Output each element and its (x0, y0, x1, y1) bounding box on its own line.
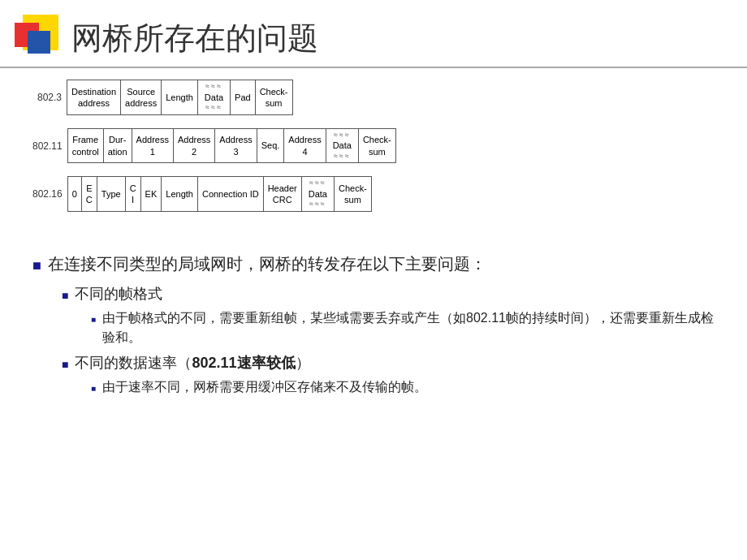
cell-0: 0 (67, 177, 81, 212)
bullet-l3-1: ■ 由于帧格式的不同，需要重新组帧，某些域需要丢弃或产生（如802.11帧的持续… (91, 308, 723, 347)
cell-src-addr: Sourceaddress (121, 80, 162, 115)
bullet-l2-2-icon: ■ (62, 356, 68, 373)
frame-80211-row: 802.11 Framecontrol Dur-ation Address1 A… (32, 128, 723, 164)
frames-area: 802.3 Destinationaddress Sourceaddress L… (32, 75, 723, 217)
cell-frame-ctrl: Framecontrol (67, 128, 103, 163)
bullet-l3-1-icon: ■ (91, 313, 96, 325)
cell-seq: Seq. (257, 128, 284, 163)
cell-length-80216: Length (162, 177, 198, 212)
cell-data-8023: ≈≈≈ Data ≈≈≈ (197, 80, 230, 115)
cell-conn-id: Connection ID (197, 177, 263, 212)
frame-8023-table: Destinationaddress Sourceaddress Length … (67, 80, 293, 115)
cell-pad: Pad (231, 80, 256, 115)
cell-header-crc: HeaderCRC (263, 177, 301, 212)
bullet-l3-2-icon: ■ (91, 382, 96, 394)
bullet-l2-1-icon: ■ (62, 287, 68, 304)
bullet-l2-2: ■ 不同的数据速率（802.11速率较低） (62, 352, 723, 374)
frame-80216-table: 0 EC Type CI EK Length Connection ID Hea… (67, 176, 372, 212)
cell-checksum-80211: Check-sum (358, 128, 395, 163)
bullet-l1-icon: ■ (32, 255, 41, 277)
bullet-l3-2-text: 由于速率不同，网桥需要用缓冲区存储来不及传输的帧。 (102, 377, 427, 397)
cell-addr2: Address2 (173, 128, 214, 163)
header-decoration (15, 15, 63, 63)
cell-ec: EC (81, 177, 97, 212)
cell-checksum-8023: Check-sum (255, 80, 292, 115)
bullet-l1-text: 在连接不同类型的局域网时，网桥的转发存在以下主要问题： (48, 252, 486, 276)
page-title: 网桥所存在的问题 (71, 18, 318, 59)
frame-80211-label: 802.11 (32, 140, 67, 152)
cell-addr3: Address3 (215, 128, 257, 163)
cell-data-80211: ≈≈≈ Data ≈≈≈ (326, 128, 358, 163)
deco-blue (28, 31, 50, 54)
frame-80211-table: Framecontrol Dur-ation Address1 Address2… (67, 128, 396, 164)
frame-8023-row: 802.3 Destinationaddress Sourceaddress L… (32, 80, 723, 115)
cell-ci: CI (125, 177, 140, 212)
bullet-l2-1-text: 不同的帧格式 (75, 283, 162, 305)
frame-80216-row: 802.16 0 EC Type CI EK Length Connection… (32, 176, 723, 212)
bullet-l3-1-text: 由于帧格式的不同，需要重新组帧，某些域需要丢弃或产生（如802.11帧的持续时间… (102, 308, 723, 347)
bullet-l2-2-text: 不同的数据速率（802.11速率较低） (75, 352, 309, 374)
cell-duration: Dur-ation (103, 128, 132, 163)
bullet-l3-2: ■ 由于速率不同，网桥需要用缓冲区存储来不及传输的帧。 (91, 377, 723, 397)
cell-addr4: Address4 (284, 128, 326, 163)
cell-checksum-80216: Check-sum (334, 177, 371, 212)
title-divider (0, 67, 747, 68)
cell-addr1: Address1 (132, 128, 173, 163)
frame-8023-label: 802.3 (32, 92, 67, 103)
cell-data-80216: ≈≈≈ Data ≈≈≈ (301, 177, 334, 212)
cell-length: Length (162, 80, 198, 115)
cell-dest-addr: Destinationaddress (67, 80, 121, 115)
cell-ek: EK (140, 177, 162, 212)
bullet-l2-1: ■ 不同的帧格式 (62, 283, 723, 305)
content-area: ■ 在连接不同类型的局域网时，网桥的转发存在以下主要问题： ■ 不同的帧格式 ■… (32, 252, 723, 400)
frame-80216-label: 802.16 (32, 188, 67, 200)
cell-type: Type (97, 177, 125, 212)
bullet-l1-main: ■ 在连接不同类型的局域网时，网桥的转发存在以下主要问题： (32, 252, 723, 277)
